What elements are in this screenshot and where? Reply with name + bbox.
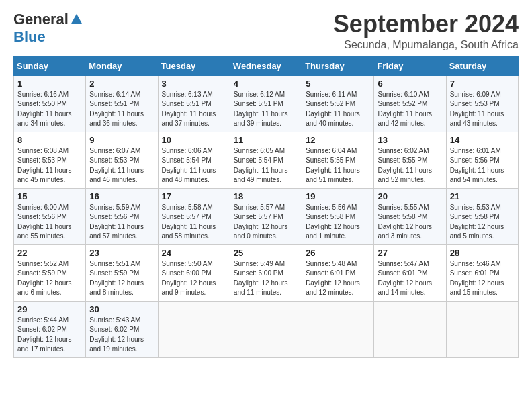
day-number: 26: [306, 248, 370, 258]
day-number: 27: [378, 248, 442, 258]
logo-blue: Blue: [13, 28, 46, 46]
calendar-day-cell: 27Sunrise: 5:47 AMSunset: 6:01 PMDayligh…: [374, 244, 446, 301]
calendar-day-cell: 12Sunrise: 6:04 AMSunset: 5:55 PMDayligh…: [302, 132, 374, 188]
day-info: Sunrise: 5:59 AMSunset: 5:56 PMDaylight:…: [89, 203, 154, 242]
day-info: Sunrise: 5:50 AMSunset: 6:00 PMDaylight:…: [162, 259, 226, 298]
calendar-day-cell: 20Sunrise: 5:55 AMSunset: 5:58 PMDayligh…: [374, 188, 446, 244]
logo: General Blue: [13, 11, 83, 46]
day-number: 16: [89, 191, 154, 201]
calendar-day-cell: 2Sunrise: 6:14 AMSunset: 5:51 PMDaylight…: [86, 75, 158, 132]
logo-general: General: [13, 11, 69, 28]
day-number: 14: [450, 135, 515, 145]
day-number: 25: [234, 248, 298, 258]
day-number: 30: [89, 304, 154, 314]
day-info: Sunrise: 6:02 AMSunset: 5:55 PMDaylight:…: [378, 146, 442, 185]
calendar-day-cell: 30Sunrise: 5:43 AMSunset: 6:02 PMDayligh…: [86, 301, 158, 357]
day-number: 9: [89, 135, 154, 145]
day-number: 23: [89, 248, 154, 258]
day-info: Sunrise: 5:55 AMSunset: 5:58 PMDaylight:…: [378, 203, 442, 242]
day-info: Sunrise: 6:14 AMSunset: 5:51 PMDaylight:…: [89, 90, 154, 129]
day-info: Sunrise: 6:08 AMSunset: 5:53 PMDaylight:…: [17, 146, 82, 185]
day-number: 22: [17, 248, 82, 258]
calendar-day-cell: 15Sunrise: 6:00 AMSunset: 5:56 PMDayligh…: [14, 188, 86, 244]
day-info: Sunrise: 6:16 AMSunset: 5:50 PMDaylight:…: [17, 90, 82, 129]
calendar-day-cell: 8Sunrise: 6:08 AMSunset: 5:53 PMDaylight…: [14, 132, 86, 188]
calendar-day-cell: 22Sunrise: 5:52 AMSunset: 5:59 PMDayligh…: [14, 244, 86, 301]
calendar-day-cell: 14Sunrise: 6:01 AMSunset: 5:56 PMDayligh…: [446, 132, 518, 188]
day-info: Sunrise: 5:46 AMSunset: 6:01 PMDaylight:…: [450, 259, 515, 298]
month-title: September 2024: [333, 11, 519, 38]
day-number: 3: [162, 79, 226, 89]
calendar-week-row: 15Sunrise: 6:00 AMSunset: 5:56 PMDayligh…: [14, 188, 519, 244]
calendar-week-row: 1Sunrise: 6:16 AMSunset: 5:50 PMDaylight…: [14, 75, 519, 132]
calendar-day-cell: 24Sunrise: 5:50 AMSunset: 6:00 PMDayligh…: [158, 244, 230, 301]
day-number: 29: [17, 304, 82, 314]
day-number: 6: [378, 79, 442, 89]
day-info: Sunrise: 5:58 AMSunset: 5:57 PMDaylight:…: [162, 203, 226, 242]
weekday-header-cell: Wednesday: [230, 56, 302, 75]
day-info: Sunrise: 6:00 AMSunset: 5:56 PMDaylight:…: [17, 203, 82, 242]
day-number: 19: [306, 191, 370, 201]
day-number: 10: [162, 135, 226, 145]
calendar-day-cell: 23Sunrise: 5:51 AMSunset: 5:59 PMDayligh…: [86, 244, 158, 301]
day-info: Sunrise: 5:56 AMSunset: 5:58 PMDaylight:…: [306, 203, 370, 242]
svg-marker-0: [71, 14, 83, 24]
day-number: 5: [306, 79, 370, 89]
calendar-day-cell: 25Sunrise: 5:49 AMSunset: 6:00 PMDayligh…: [230, 244, 302, 301]
calendar-day-cell: 28Sunrise: 5:46 AMSunset: 6:01 PMDayligh…: [446, 244, 518, 301]
page-header: General Blue September 2024 Secunda, Mpu…: [13, 11, 519, 51]
day-number: 2: [89, 79, 154, 89]
day-number: 11: [234, 135, 298, 145]
day-number: 18: [234, 191, 298, 201]
day-info: Sunrise: 5:48 AMSunset: 6:01 PMDaylight:…: [306, 259, 370, 298]
logo-icon: [70, 13, 83, 26]
calendar-table: SundayMondayTuesdayWednesdayThursdayFrid…: [13, 56, 519, 358]
day-info: Sunrise: 5:47 AMSunset: 6:01 PMDaylight:…: [378, 259, 442, 298]
day-info: Sunrise: 6:01 AMSunset: 5:56 PMDaylight:…: [450, 146, 515, 185]
day-number: 20: [378, 191, 442, 201]
day-info: Sunrise: 6:12 AMSunset: 5:51 PMDaylight:…: [234, 90, 298, 129]
calendar-day-cell: 18Sunrise: 5:57 AMSunset: 5:57 PMDayligh…: [230, 188, 302, 244]
calendar-day-cell: 7Sunrise: 6:09 AMSunset: 5:53 PMDaylight…: [446, 75, 518, 132]
calendar-day-cell: [374, 301, 446, 357]
day-info: Sunrise: 6:04 AMSunset: 5:55 PMDaylight:…: [306, 146, 370, 185]
day-number: 12: [306, 135, 370, 145]
day-info: Sunrise: 5:49 AMSunset: 6:00 PMDaylight:…: [234, 259, 298, 298]
weekday-header-cell: Friday: [374, 56, 446, 75]
day-info: Sunrise: 5:44 AMSunset: 6:02 PMDaylight:…: [17, 316, 82, 355]
day-info: Sunrise: 5:52 AMSunset: 5:59 PMDaylight:…: [17, 259, 82, 298]
calendar-day-cell: 5Sunrise: 6:11 AMSunset: 5:52 PMDaylight…: [302, 75, 374, 132]
calendar-day-cell: 16Sunrise: 5:59 AMSunset: 5:56 PMDayligh…: [86, 188, 158, 244]
calendar-day-cell: 1Sunrise: 6:16 AMSunset: 5:50 PMDaylight…: [14, 75, 86, 132]
day-info: Sunrise: 6:11 AMSunset: 5:52 PMDaylight:…: [306, 90, 370, 129]
calendar-day-cell: 3Sunrise: 6:13 AMSunset: 5:51 PMDaylight…: [158, 75, 230, 132]
day-info: Sunrise: 6:10 AMSunset: 5:52 PMDaylight:…: [378, 90, 442, 129]
location: Secunda, Mpumalanga, South Africa: [333, 39, 519, 51]
day-number: 7: [450, 79, 515, 89]
day-info: Sunrise: 6:07 AMSunset: 5:53 PMDaylight:…: [89, 146, 154, 185]
calendar-day-cell: 13Sunrise: 6:02 AMSunset: 5:55 PMDayligh…: [374, 132, 446, 188]
title-block: September 2024 Secunda, Mpumalanga, Sout…: [333, 11, 519, 51]
day-number: 13: [378, 135, 442, 145]
day-info: Sunrise: 6:06 AMSunset: 5:54 PMDaylight:…: [162, 146, 226, 185]
calendar-day-cell: 10Sunrise: 6:06 AMSunset: 5:54 PMDayligh…: [158, 132, 230, 188]
weekday-header-cell: Monday: [86, 56, 158, 75]
calendar-day-cell: [230, 301, 302, 357]
day-info: Sunrise: 5:53 AMSunset: 5:58 PMDaylight:…: [450, 203, 515, 242]
weekday-header-cell: Sunday: [14, 56, 86, 75]
calendar-day-cell: 19Sunrise: 5:56 AMSunset: 5:58 PMDayligh…: [302, 188, 374, 244]
day-number: 8: [17, 135, 82, 145]
day-number: 4: [234, 79, 298, 89]
calendar-day-cell: [302, 301, 374, 357]
calendar-day-cell: 9Sunrise: 6:07 AMSunset: 5:53 PMDaylight…: [86, 132, 158, 188]
calendar-body: 1Sunrise: 6:16 AMSunset: 5:50 PMDaylight…: [14, 75, 519, 357]
weekday-header-cell: Saturday: [446, 56, 518, 75]
calendar-day-cell: 6Sunrise: 6:10 AMSunset: 5:52 PMDaylight…: [374, 75, 446, 132]
day-number: 24: [162, 248, 226, 258]
calendar-day-cell: [446, 301, 518, 357]
weekday-header-cell: Tuesday: [158, 56, 230, 75]
day-info: Sunrise: 5:43 AMSunset: 6:02 PMDaylight:…: [89, 316, 154, 355]
calendar-day-cell: 17Sunrise: 5:58 AMSunset: 5:57 PMDayligh…: [158, 188, 230, 244]
calendar-day-cell: 29Sunrise: 5:44 AMSunset: 6:02 PMDayligh…: [14, 301, 86, 357]
day-number: 15: [17, 191, 82, 201]
